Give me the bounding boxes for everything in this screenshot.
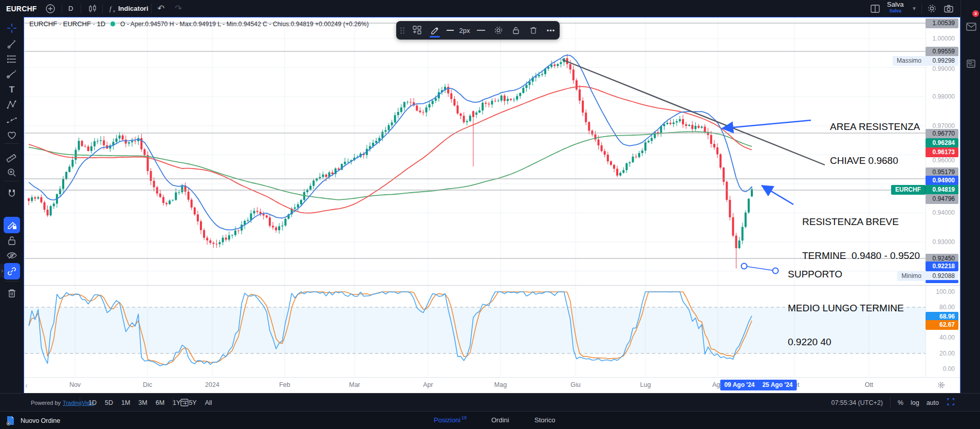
range-button-1m[interactable]: 1M xyxy=(118,398,134,408)
axis-scroll-left-icon[interactable]: ‹ xyxy=(25,381,28,389)
price-label: 20.00 xyxy=(926,349,958,359)
divider xyxy=(62,4,62,13)
compare-add-icon[interactable] xyxy=(45,0,56,17)
auto-scale-button[interactable]: auto xyxy=(927,399,939,406)
divider xyxy=(80,398,80,407)
forecast-tool-icon[interactable] xyxy=(4,112,20,128)
price-label: 0.98000 xyxy=(926,92,958,102)
price-label: 0.96000 xyxy=(926,156,958,165)
text-tool-icon[interactable]: T xyxy=(4,82,20,98)
brush-tool-icon[interactable] xyxy=(4,66,20,83)
price-label: 40.00 xyxy=(926,333,958,343)
axis-month-label: Dic xyxy=(143,381,152,388)
settings-gear-icon[interactable] xyxy=(927,0,937,17)
news-icon[interactable] xyxy=(965,58,977,72)
fullscreen-icon[interactable] xyxy=(946,397,955,408)
camera-snapshot-icon[interactable] xyxy=(943,0,954,17)
axis-month-label: Giu xyxy=(570,381,580,388)
drawing-settings-gear-icon[interactable] xyxy=(490,21,507,40)
range-button-3m[interactable]: 3M xyxy=(135,398,151,408)
tab-ordini[interactable]: Ordini xyxy=(491,412,509,429)
chart-pane[interactable]: EURCHF · EURCHF · 1D O - Aper.0.94570 H … xyxy=(24,17,960,393)
top-toolbar: EURCHF D fx Indicatori ↶ ↷ Salva Salva ▼ xyxy=(0,0,960,17)
divider xyxy=(81,4,81,13)
clock-utc[interactable]: 07:55:34 (UTC+2) xyxy=(831,399,882,406)
drawing-lock-icon[interactable] xyxy=(507,21,525,40)
drawing-properties-toolbar: 2px ••• xyxy=(396,21,560,40)
fib-retracement-tool-icon[interactable] xyxy=(4,51,20,67)
price-label: 0.94796 xyxy=(926,194,958,204)
trend-line-tool-icon[interactable] xyxy=(4,36,20,52)
toolbar-drag-handle[interactable] xyxy=(396,21,409,40)
line-width-value[interactable]: 2px xyxy=(457,21,472,40)
divider xyxy=(173,398,173,407)
axis-settings-gear-icon[interactable] xyxy=(937,381,946,391)
interval-button[interactable]: D xyxy=(68,0,73,17)
range-button-5d[interactable]: 5D xyxy=(101,398,117,408)
drawing-delete-trash-icon[interactable] xyxy=(525,21,542,40)
price-label: 0.00 xyxy=(926,364,958,374)
positions-count-badge: 19 xyxy=(461,415,467,420)
more-options-icon[interactable]: ••• xyxy=(542,21,560,40)
undo-icon[interactable]: ↶ xyxy=(157,0,164,17)
bottom-toolbar: Powered by TradingView 1D 5D 1M 3M 6M 1Y… xyxy=(0,393,980,411)
color-pencil-icon[interactable] xyxy=(426,21,443,40)
new-order-button[interactable]: Nuovo Ordine xyxy=(5,412,60,429)
measure-ruler-tool-icon[interactable] xyxy=(4,148,20,165)
toolbar-collapse-arrow[interactable]: › xyxy=(0,264,4,277)
right-panel-strip: 3 xyxy=(960,0,980,393)
remove-drawings-trash-icon[interactable] xyxy=(4,285,20,302)
crosshair-tool-icon[interactable] xyxy=(4,20,20,36)
divider xyxy=(151,4,152,13)
redo-icon[interactable]: ↷ xyxy=(175,0,182,17)
price-label: 1.00539 xyxy=(926,18,958,28)
price-label: 0.96284 xyxy=(926,138,958,148)
line-width-icon[interactable] xyxy=(443,21,457,40)
mail-icon[interactable] xyxy=(965,21,977,35)
divider xyxy=(5,143,19,144)
price-label: 0.99559 xyxy=(926,47,958,57)
chart-style-icon[interactable] xyxy=(87,0,98,17)
drawing-mode-lock-icon[interactable] xyxy=(4,217,20,233)
axis-date-badge: 25 Ago '24 xyxy=(758,380,797,390)
magnet-tool-icon[interactable] xyxy=(4,185,20,202)
price-label: 62.67 xyxy=(926,320,958,330)
price-label: 0.99000 xyxy=(926,64,958,74)
chevron-down-icon[interactable]: ▼ xyxy=(912,0,917,17)
range-button-all[interactable]: All xyxy=(201,398,216,408)
hide-drawings-eye-icon[interactable] xyxy=(4,247,20,264)
price-label xyxy=(926,280,958,283)
range-button-1d[interactable]: 1D xyxy=(85,398,100,408)
goto-date-icon[interactable] xyxy=(179,397,190,410)
market-status-dot xyxy=(109,21,116,27)
legend-symbol-title[interactable]: EURCHF · EURCHF · 1D xyxy=(29,20,105,28)
emoji-heart-tool-icon[interactable] xyxy=(4,127,20,143)
percent-scale-button[interactable]: % xyxy=(898,399,903,406)
save-button[interactable]: Salva Salva xyxy=(887,2,904,14)
axis-month-label: Mag xyxy=(494,381,507,388)
divider xyxy=(921,4,922,13)
log-scale-button[interactable]: log xyxy=(911,399,919,406)
scale-controls: 07:55:34 (UTC+2) % log auto xyxy=(831,394,955,412)
symbol-price-tag: EURCHF xyxy=(891,185,926,195)
tab-storico[interactable]: Storico xyxy=(534,412,555,429)
template-icon[interactable] xyxy=(409,21,426,40)
time-axis[interactable]: ‹ NovDic2024FebMarAprMagGiuLugAgoSetOtt0… xyxy=(24,377,960,393)
zoom-in-tool-icon[interactable] xyxy=(4,164,20,181)
mail-badge: 3 xyxy=(972,10,979,17)
price-label: 0.92218 xyxy=(926,262,958,271)
tab-posizioni[interactable]: Posizioni19 xyxy=(434,412,467,429)
indicators-button[interactable]: Indicatori xyxy=(118,0,149,17)
layout-select-icon[interactable] xyxy=(870,0,881,17)
pattern-tool-icon[interactable] xyxy=(4,97,20,113)
price-label: 1.00000 xyxy=(926,34,958,44)
divider xyxy=(5,181,19,181)
line-style-icon[interactable] xyxy=(472,21,490,40)
symbol-search-button[interactable]: EURCHF xyxy=(6,0,37,17)
axis-month-label: 2024 xyxy=(205,381,219,388)
indicators-fx-icon[interactable]: fx xyxy=(108,0,118,17)
price-label: 0.94900 xyxy=(926,176,958,185)
sync-drawings-link-icon[interactable] xyxy=(4,263,20,279)
lock-all-drawings-icon[interactable] xyxy=(4,232,20,249)
range-button-6m[interactable]: 6M xyxy=(152,398,168,408)
